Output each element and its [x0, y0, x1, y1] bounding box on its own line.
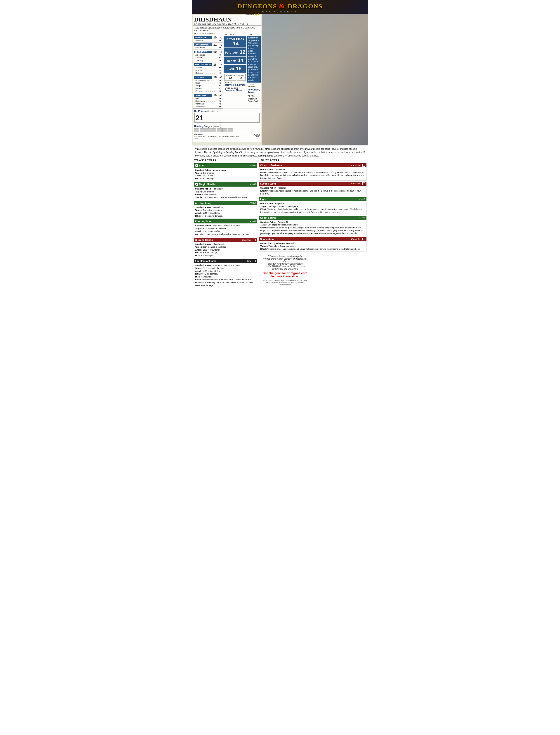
arcana-val: +9	[217, 66, 221, 69]
nature-name: Nature	[196, 87, 206, 90]
defense-ac: Armor Class 14	[224, 36, 246, 47]
difficulty-stars: ★★	[254, 13, 260, 16]
ghost-sound-usage: At-Will	[359, 217, 365, 219]
surges-value-label: (Value 5)	[213, 125, 221, 127]
hp-box: 21	[194, 113, 260, 123]
stealth-val: +2	[217, 57, 221, 59]
dexterity-label: Dexterity	[194, 51, 212, 53]
athletics-name: Athletics	[196, 39, 206, 42]
racial-traits-section: Racial Traits Fey Origin, Trance	[247, 83, 260, 94]
evocation-text: When you roll damage for an arcane evoca…	[248, 42, 259, 81]
magic-missile-icon: ✦	[195, 183, 198, 186]
vision-section: Vision darkvision, normal	[224, 81, 246, 87]
power-second-wind: Second Wind Encounter Standard Action Pe…	[259, 182, 366, 196]
initiative-box: Initiative +0	[224, 74, 236, 81]
surges-label: Healing Surges	[194, 125, 212, 127]
intimidate-name: Intimidate	[196, 103, 206, 105]
second-wind-body: Standard Action Personal Effect: You spe…	[259, 186, 366, 196]
second-wind-header: Second Wind Encounter	[259, 182, 366, 186]
initiative-value: +0	[226, 76, 235, 80]
arc-lightning-name: Arc Lightning	[195, 202, 211, 204]
equipment-value: staff, cloth armor, adventurer's kit, sp…	[194, 135, 239, 139]
bluff-name: Bluff	[196, 97, 206, 99]
utility-powers-col: Utility Power Cloud of Darkness Encounte…	[257, 159, 366, 289]
speed-box: Speed 6	[237, 74, 246, 81]
char-name: Drisdhaun	[194, 16, 260, 23]
wisdom-score: 16	[212, 76, 218, 79]
fountain-of-flame-checkbox[interactable]	[253, 260, 256, 262]
action-point-box	[254, 137, 258, 141]
cloud-of-darkness-usage: Encounter	[351, 164, 360, 166]
second-wind-checkbox[interactable]	[362, 182, 365, 185]
heal-val: +3	[217, 82, 221, 84]
dexterity-score: 10	[212, 50, 218, 54]
power-freezing-burst: Freezing Burst At-Will Standard Action A…	[194, 219, 257, 237]
freezing-burst-body: Standard Action Area burst 1 within 10 s…	[194, 223, 257, 237]
will-value: 15	[236, 66, 241, 71]
acrobatics-name: Acrobatics	[196, 54, 206, 56]
ghost-sound-name: Ghost Sound	[260, 216, 276, 219]
fountain-of-flame-name: Fountain of Flame	[195, 260, 217, 262]
stealth-name: Stealth	[196, 57, 206, 59]
surge-box-2	[200, 128, 205, 132]
vision-value: darkvision, normal	[224, 84, 246, 86]
skill-perception: Perception – – – – – +3	[194, 90, 222, 92]
skill-intimidate: Intimidate – – – – – +2	[194, 102, 222, 105]
fort-value: 12	[240, 49, 245, 55]
fort-label: Fortitude	[225, 51, 238, 54]
skill-bluff: Bluff – – – – – +0	[194, 97, 222, 100]
language-section: Languages Common, Elven	[224, 87, 246, 92]
insight-name: Insight	[196, 85, 206, 87]
will-label: Will	[229, 68, 234, 71]
magic-missile-name: ✦ Magic Missile	[195, 183, 215, 186]
dexterity-mod: +0	[218, 51, 222, 53]
see-sub: for more information.	[262, 275, 309, 278]
history-name: History	[196, 69, 206, 71]
skill-dungeoneering: Dungeoneering – – – +8	[194, 79, 222, 82]
second-wind-name: Second Wind	[260, 182, 276, 185]
wisdom-label: Wisdom	[194, 76, 212, 79]
ability-dexterity: Dexterity 10 +0 Acrobatics – – – – – +0 …	[193, 50, 223, 62]
bluff-val: +0	[217, 97, 221, 99]
arc-lightning-header: Arc Lightning At-Will	[194, 201, 257, 205]
defense-fortitude: Fortitude 12	[224, 48, 246, 56]
traits-label: Traits	[247, 33, 260, 36]
suggestion-checkbox[interactable]	[362, 238, 365, 240]
sheet-right	[262, 14, 368, 145]
charisma-mod: +0	[218, 94, 222, 97]
freezing-burst-usage: At-Will	[250, 220, 256, 222]
power-staff: + Staff At-Will Standard Action Melee we…	[194, 163, 257, 181]
difficulty-row: Difficulty ★★	[194, 13, 260, 16]
bottom-credits: This character was made using the Heroes…	[259, 255, 309, 286]
thievery-name: Thievery	[196, 59, 206, 61]
abilities-main-col: Abilities & Skills Strength 10 +0 Athlet…	[193, 32, 223, 109]
hp-value: 21	[196, 114, 258, 121]
skill-acrobatics: Acrobatics – – – – – +0	[194, 54, 222, 56]
endurance-name: Endurance	[196, 47, 206, 49]
surge-box-3	[206, 128, 210, 132]
surge-box-1	[194, 128, 199, 132]
skill-endurance: Endurance – – – – – +0	[194, 46, 222, 49]
constitution-score: 11	[212, 43, 218, 46]
ghost-sound-body: Standard Action Ranged: 10 Target: One o…	[259, 220, 366, 236]
perception-val: +3	[217, 90, 221, 92]
power-burning-hands: Burning Hands Encounter Standard Action …	[194, 238, 257, 258]
heal-name: Heal	[196, 82, 206, 84]
feats-section: Feats Implement Focus (staff)	[247, 94, 260, 103]
freezing-burst-header: Freezing Burst At-Will	[194, 219, 257, 223]
power-ghost-sound: Ghost Sound At-Will Standard Action Rang…	[259, 216, 366, 236]
cloud-of-darkness-checkbox[interactable]	[362, 164, 365, 167]
defenses-main-col: Defenses Armor Class 14 Fortitude 12 Ref…	[223, 32, 247, 109]
difficulty-label: Difficulty	[245, 14, 254, 16]
strength-label: Strength	[194, 36, 212, 39]
intelligence-mod: +4	[218, 63, 222, 66]
acrobatics-val: +0	[217, 54, 221, 56]
light-body: Minor Action Ranged: 5 Target: One objec…	[259, 201, 366, 215]
power-light: Light At-Will Minor Action Ranged: 5 Tar…	[259, 197, 366, 215]
defense-will: Will 15	[224, 65, 246, 73]
burning-hands-checkbox[interactable]	[253, 238, 256, 241]
skill-athletics: Athletics – – – – – +0	[194, 39, 222, 42]
cloud-of-darkness-body: Minor Action Close burst 1 Effect: The b…	[259, 167, 366, 181]
skill-history: History – – – – – +9	[194, 69, 222, 72]
thievery-val: +0	[217, 59, 221, 61]
